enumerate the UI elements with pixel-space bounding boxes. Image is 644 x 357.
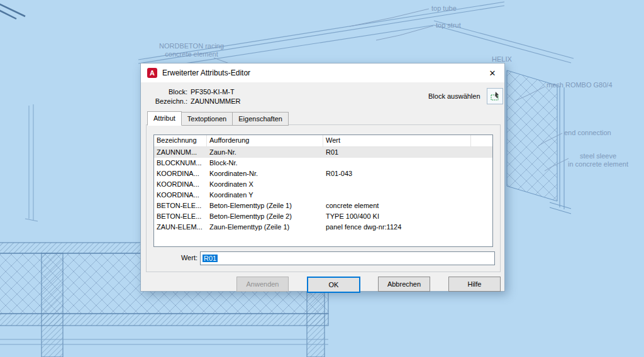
- tab-textoptionen[interactable]: Textoptionen: [181, 112, 233, 126]
- anwenden-button[interactable]: Anwenden: [236, 277, 289, 292]
- cad-annotation: top strut: [436, 21, 461, 30]
- header-bezeichnung[interactable]: Bezeichnung: [154, 135, 207, 146]
- wert-label: Wert:: [153, 254, 197, 261]
- cell-wert: R01: [323, 147, 471, 158]
- bezeichn-label: Bezeichn.:: [148, 97, 187, 105]
- select-block-label: Block auswählen: [428, 92, 480, 100]
- select-block-icon: [490, 91, 500, 101]
- cell-filler: [471, 211, 492, 222]
- cell-bezeichnung: BLOCKNUM...: [154, 158, 207, 168]
- cell-aufforderung: Koordinaten Y: [207, 190, 323, 200]
- bezeichnung-row: Bezeichn.:ZAUNNUMMER: [148, 97, 240, 105]
- cell-filler: [471, 190, 492, 200]
- bezeichn-value: ZAUNNUMMER: [191, 97, 240, 105]
- header-aufforderung[interactable]: Aufforderung: [207, 135, 323, 146]
- abbrechen-button[interactable]: Abbrechen: [378, 277, 430, 292]
- cell-bezeichnung: BETON-ELE...: [154, 211, 207, 222]
- cell-bezeichnung: KOORDINA...: [154, 168, 207, 179]
- cell-bezeichnung: ZAUN-ELEM...: [154, 222, 207, 233]
- autocad-icon: A: [147, 68, 157, 78]
- cell-aufforderung: Block-Nr.: [207, 158, 323, 168]
- cell-filler: [471, 222, 492, 233]
- select-block-button[interactable]: [487, 88, 503, 104]
- table-row[interactable]: KOORDINA... Koordinaten Y: [154, 190, 492, 200]
- dialog-title: Erweiterter Attributs-Editor: [162, 69, 250, 77]
- cell-wert: R01-043: [323, 168, 471, 179]
- tab-strip: Attribut Textoptionen Eigenschaften: [147, 112, 288, 126]
- table-row[interactable]: KOORDINA... Koordinaten-Nr. R01-043: [154, 168, 492, 179]
- cell-bezeichnung: BETON-ELE...: [154, 200, 207, 211]
- ok-button[interactable]: OK: [307, 277, 360, 293]
- cell-wert: [323, 190, 471, 200]
- table-row[interactable]: ZAUN-ELEM... Zaun-Elementtyp (Zeile 1) p…: [154, 222, 492, 233]
- attribute-table-header: Bezeichnung Aufforderung Wert: [154, 135, 492, 147]
- selected-text: R01: [203, 255, 218, 262]
- cad-annotation: end connection: [564, 129, 611, 137]
- cell-bezeichnung: KOORDINA...: [154, 179, 207, 190]
- tab-eigenschaften[interactable]: Eigenschaften: [232, 112, 289, 126]
- cell-aufforderung: Beton-Elementtyp (Zeile 1): [207, 200, 323, 211]
- block-row: Block:PF350-KI-M-T: [148, 88, 235, 96]
- table-row[interactable]: ZAUNNUM... Zaun-Nr. R01: [154, 147, 492, 158]
- wert-input[interactable]: R01: [200, 251, 495, 265]
- cell-filler: [471, 147, 492, 158]
- table-row[interactable]: BETON-ELE... Beton-Elementtyp (Zeile 1) …: [154, 200, 492, 211]
- cell-wert: concrete element: [323, 200, 471, 211]
- cell-filler: [471, 168, 492, 179]
- cell-aufforderung: Koordinaten-Nr.: [207, 168, 323, 179]
- table-row[interactable]: BETON-ELE... Beton-Elementtyp (Zeile 2) …: [154, 211, 492, 222]
- block-label: Block:: [148, 88, 187, 96]
- cell-aufforderung: Beton-Elementtyp (Zeile 2): [207, 211, 323, 222]
- cell-filler: [471, 158, 492, 168]
- header-filler: [471, 135, 492, 146]
- attribute-table: Bezeichnung Aufforderung Wert ZAUNNUM...…: [153, 135, 493, 247]
- cell-wert: [323, 179, 471, 190]
- cell-bezeichnung: KOORDINA...: [154, 190, 207, 200]
- cad-annotation: NORDBETON racingconcrete element: [159, 42, 224, 58]
- cell-wert: [323, 158, 471, 168]
- block-value: PF350-KI-M-T: [191, 88, 235, 96]
- cell-wert: panel fence dwg-nr:1124: [323, 222, 471, 233]
- tab-attribut[interactable]: Attribut: [147, 111, 182, 126]
- close-icon[interactable]: ✕: [480, 63, 504, 82]
- cell-aufforderung: Zaun-Elementtyp (Zeile 1): [207, 222, 323, 233]
- attribute-table-body: ZAUNNUM... Zaun-Nr. R01 BLOCKNUM... Bloc…: [154, 147, 492, 233]
- table-row[interactable]: BLOCKNUM... Block-Nr.: [154, 158, 492, 168]
- cell-filler: [471, 200, 492, 211]
- cad-annotation: mesh ROMBO G80/4: [547, 81, 613, 89]
- cell-wert: TYPE 100/400 KI: [323, 211, 471, 222]
- cad-annotation: top tube: [431, 4, 457, 13]
- dialog-titlebar[interactable]: A Erweiterter Attributs-Editor ✕: [141, 63, 504, 82]
- cad-annotation: steel sleevein concrete element: [568, 152, 628, 168]
- header-wert[interactable]: Wert: [323, 135, 471, 146]
- hilfe-button[interactable]: Hilfe: [448, 277, 501, 292]
- cell-aufforderung: Koordinaten X: [207, 179, 323, 190]
- cell-filler: [471, 179, 492, 190]
- table-row[interactable]: KOORDINA... Koordinaten X: [154, 179, 492, 190]
- enhanced-attribute-editor-dialog: A Erweiterter Attributs-Editor ✕ Block:P…: [140, 63, 505, 292]
- cell-bezeichnung: ZAUNNUM...: [154, 147, 207, 158]
- cell-aufforderung: Zaun-Nr.: [207, 147, 323, 158]
